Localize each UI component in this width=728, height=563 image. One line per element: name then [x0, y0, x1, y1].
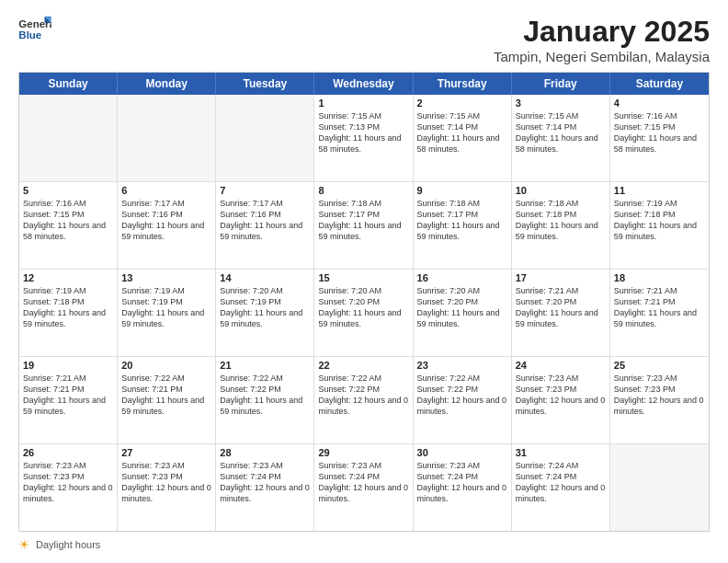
header-day-wednesday: Wednesday [314, 73, 413, 95]
calendar-row-0: 1Sunrise: 7:15 AM Sunset: 7:13 PM Daylig… [19, 95, 709, 182]
calendar-header: SundayMondayTuesdayWednesdayThursdayFrid… [19, 73, 709, 95]
cell-info: Sunrise: 7:23 AM Sunset: 7:24 PM Dayligh… [417, 460, 507, 505]
calendar-cell: 24Sunrise: 7:23 AM Sunset: 7:23 PM Dayli… [512, 357, 610, 443]
day-number: 28 [220, 447, 310, 458]
day-number: 3 [516, 98, 606, 109]
page: General Blue January 2025 Tampin, Negeri… [0, 0, 728, 563]
main-title: January 2025 [494, 15, 710, 49]
cell-info: Sunrise: 7:22 AM Sunset: 7:22 PM Dayligh… [417, 373, 507, 418]
calendar-cell: 22Sunrise: 7:22 AM Sunset: 7:22 PM Dayli… [314, 357, 413, 443]
svg-text:Blue: Blue [18, 29, 41, 40]
logo: General Blue [18, 15, 51, 42]
calendar-cell: 20Sunrise: 7:22 AM Sunset: 7:21 PM Dayli… [118, 357, 216, 443]
calendar-cell: 13Sunrise: 7:19 AM Sunset: 7:19 PM Dayli… [118, 270, 216, 356]
cell-info: Sunrise: 7:23 AM Sunset: 7:23 PM Dayligh… [23, 460, 113, 505]
calendar-row-3: 19Sunrise: 7:21 AM Sunset: 7:21 PM Dayli… [19, 357, 709, 444]
calendar-cell: 6Sunrise: 7:17 AM Sunset: 7:16 PM Daylig… [118, 182, 216, 269]
day-number: 20 [121, 360, 211, 371]
cell-info: Sunrise: 7:15 AM Sunset: 7:14 PM Dayligh… [417, 110, 507, 155]
daylight-label: Daylight hours [36, 539, 100, 550]
header-day-tuesday: Tuesday [216, 73, 314, 95]
calendar-cell: 21Sunrise: 7:22 AM Sunset: 7:22 PM Dayli… [216, 357, 314, 443]
day-number: 5 [23, 185, 113, 196]
calendar-cell [216, 95, 314, 181]
cell-info: Sunrise: 7:17 AM Sunset: 7:16 PM Dayligh… [220, 198, 310, 243]
generalblue-logo-icon: General Blue [18, 15, 51, 42]
calendar-row-4: 26Sunrise: 7:23 AM Sunset: 7:23 PM Dayli… [19, 444, 709, 531]
day-number: 12 [23, 272, 113, 283]
calendar-cell: 30Sunrise: 7:23 AM Sunset: 7:24 PM Dayli… [414, 444, 512, 531]
day-number: 17 [516, 272, 606, 283]
day-number: 21 [220, 360, 310, 371]
day-number: 22 [318, 360, 408, 371]
day-number: 31 [516, 447, 606, 458]
cell-info: Sunrise: 7:21 AM Sunset: 7:21 PM Dayligh… [614, 285, 705, 330]
day-number: 27 [121, 447, 211, 458]
calendar-cell [610, 444, 709, 531]
sun-icon: ☀ [18, 537, 30, 552]
footer-note: ☀ Daylight hours [18, 537, 710, 552]
calendar-cell: 19Sunrise: 7:21 AM Sunset: 7:21 PM Dayli… [19, 357, 118, 443]
day-number: 15 [318, 272, 408, 283]
header: General Blue January 2025 Tampin, Negeri… [18, 15, 710, 64]
calendar-cell: 17Sunrise: 7:21 AM Sunset: 7:20 PM Dayli… [512, 270, 610, 356]
calendar-cell: 23Sunrise: 7:22 AM Sunset: 7:22 PM Dayli… [414, 357, 512, 443]
day-number: 14 [220, 272, 310, 283]
day-number: 11 [614, 185, 705, 196]
header-day-friday: Friday [512, 73, 610, 95]
cell-info: Sunrise: 7:23 AM Sunset: 7:24 PM Dayligh… [220, 460, 310, 505]
cell-info: Sunrise: 7:23 AM Sunset: 7:23 PM Dayligh… [614, 373, 705, 418]
calendar-cell: 2Sunrise: 7:15 AM Sunset: 7:14 PM Daylig… [414, 95, 512, 181]
cell-info: Sunrise: 7:21 AM Sunset: 7:21 PM Dayligh… [23, 373, 113, 418]
calendar-cell: 8Sunrise: 7:18 AM Sunset: 7:17 PM Daylig… [314, 182, 413, 269]
calendar-cell: 4Sunrise: 7:16 AM Sunset: 7:15 PM Daylig… [610, 95, 709, 181]
cell-info: Sunrise: 7:17 AM Sunset: 7:16 PM Dayligh… [121, 198, 211, 243]
day-number: 4 [614, 98, 705, 109]
cell-info: Sunrise: 7:23 AM Sunset: 7:23 PM Dayligh… [516, 373, 606, 418]
cell-info: Sunrise: 7:15 AM Sunset: 7:14 PM Dayligh… [516, 110, 606, 155]
day-number: 2 [417, 98, 507, 109]
calendar-cell: 1Sunrise: 7:15 AM Sunset: 7:13 PM Daylig… [314, 95, 413, 181]
cell-info: Sunrise: 7:22 AM Sunset: 7:22 PM Dayligh… [318, 373, 408, 418]
calendar-row-2: 12Sunrise: 7:19 AM Sunset: 7:18 PM Dayli… [19, 270, 709, 357]
calendar-cell: 27Sunrise: 7:23 AM Sunset: 7:23 PM Dayli… [118, 444, 216, 531]
cell-info: Sunrise: 7:15 AM Sunset: 7:13 PM Dayligh… [318, 110, 408, 155]
calendar-cell: 9Sunrise: 7:18 AM Sunset: 7:17 PM Daylig… [414, 182, 512, 269]
cell-info: Sunrise: 7:20 AM Sunset: 7:19 PM Dayligh… [220, 285, 310, 330]
calendar-cell [118, 95, 216, 181]
cell-info: Sunrise: 7:22 AM Sunset: 7:21 PM Dayligh… [121, 373, 211, 418]
calendar-cell: 5Sunrise: 7:16 AM Sunset: 7:15 PM Daylig… [19, 182, 118, 269]
cell-info: Sunrise: 7:20 AM Sunset: 7:20 PM Dayligh… [417, 285, 507, 330]
cell-info: Sunrise: 7:19 AM Sunset: 7:18 PM Dayligh… [23, 285, 113, 330]
cell-info: Sunrise: 7:18 AM Sunset: 7:17 PM Dayligh… [318, 198, 408, 243]
calendar-row-1: 5Sunrise: 7:16 AM Sunset: 7:15 PM Daylig… [19, 182, 709, 270]
day-number: 18 [614, 272, 705, 283]
calendar-cell: 28Sunrise: 7:23 AM Sunset: 7:24 PM Dayli… [216, 444, 314, 531]
day-number: 23 [417, 360, 507, 371]
day-number: 1 [318, 98, 408, 109]
cell-info: Sunrise: 7:19 AM Sunset: 7:19 PM Dayligh… [121, 285, 211, 330]
calendar-cell: 12Sunrise: 7:19 AM Sunset: 7:18 PM Dayli… [19, 270, 118, 356]
calendar-cell: 31Sunrise: 7:24 AM Sunset: 7:24 PM Dayli… [512, 444, 610, 531]
calendar-cell: 16Sunrise: 7:20 AM Sunset: 7:20 PM Dayli… [414, 270, 512, 356]
header-day-sunday: Sunday [19, 73, 118, 95]
calendar-cell: 10Sunrise: 7:18 AM Sunset: 7:18 PM Dayli… [512, 182, 610, 269]
cell-info: Sunrise: 7:18 AM Sunset: 7:17 PM Dayligh… [417, 198, 507, 243]
calendar-cell: 25Sunrise: 7:23 AM Sunset: 7:23 PM Dayli… [610, 357, 709, 443]
calendar-cell [19, 95, 118, 181]
cell-info: Sunrise: 7:23 AM Sunset: 7:24 PM Dayligh… [318, 460, 408, 505]
day-number: 25 [614, 360, 705, 371]
subtitle: Tampin, Negeri Sembilan, Malaysia [494, 49, 710, 64]
calendar-body: 1Sunrise: 7:15 AM Sunset: 7:13 PM Daylig… [19, 95, 709, 531]
calendar: SundayMondayTuesdayWednesdayThursdayFrid… [18, 72, 710, 532]
day-number: 9 [417, 185, 507, 196]
day-number: 13 [121, 272, 211, 283]
day-number: 7 [220, 185, 310, 196]
cell-info: Sunrise: 7:16 AM Sunset: 7:15 PM Dayligh… [614, 110, 705, 155]
title-block: January 2025 Tampin, Negeri Sembilan, Ma… [494, 15, 710, 64]
calendar-cell: 26Sunrise: 7:23 AM Sunset: 7:23 PM Dayli… [19, 444, 118, 531]
calendar-cell: 29Sunrise: 7:23 AM Sunset: 7:24 PM Dayli… [314, 444, 413, 531]
day-number: 8 [318, 185, 408, 196]
header-day-saturday: Saturday [610, 73, 709, 95]
calendar-cell: 15Sunrise: 7:20 AM Sunset: 7:20 PM Dayli… [314, 270, 413, 356]
